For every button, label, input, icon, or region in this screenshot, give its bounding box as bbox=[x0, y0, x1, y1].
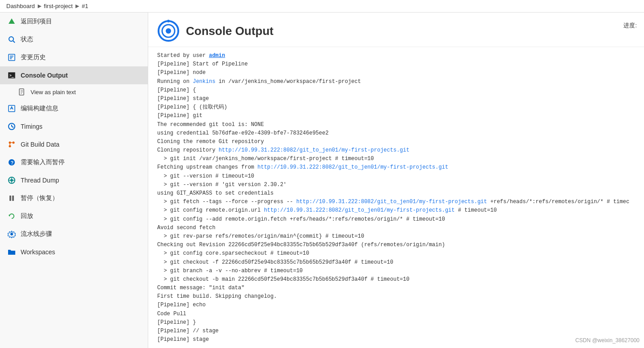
console-line: [Pipeline] git bbox=[157, 112, 635, 120]
edit2-icon bbox=[7, 104, 16, 113]
svg-point-33 bbox=[10, 233, 13, 235]
sidebar-item-workspaces[interactable]: Workspaces bbox=[0, 243, 148, 261]
sidebar-item-edit-build-info[interactable]: 编辑构建信息 bbox=[0, 100, 148, 117]
sidebar: 返回到项目 状态 变更历史 >_ Console Output bbox=[0, 13, 148, 348]
console-line: > git checkout -b main 22266cd50f25e94bc… bbox=[157, 275, 635, 284]
sidebar-item-change-history[interactable]: 变更历史 bbox=[0, 48, 148, 66]
sidebar-item-thread-dump[interactable]: Thread Dump bbox=[0, 171, 148, 189]
console-line: > git config remote.origin.url http://10… bbox=[157, 206, 635, 215]
repo-link-3[interactable]: http://10.99.31.222:8082/git_to_jen01/my… bbox=[296, 199, 487, 205]
sidebar-item-timings[interactable]: Timings bbox=[0, 117, 148, 135]
console-line: > git config core.sparsecheckout # timeo… bbox=[157, 249, 635, 258]
sidebar-item-console-output[interactable]: >_ Console Output bbox=[0, 66, 148, 84]
svg-text:?: ? bbox=[11, 160, 14, 165]
progress-label: 进度: bbox=[623, 22, 637, 30]
sidebar-item-label: 暂停（恢复） bbox=[21, 194, 58, 202]
admin-link[interactable]: admin bbox=[209, 52, 225, 59]
svg-marker-0 bbox=[9, 18, 15, 24]
console-line: > git --version # 'git version 2.30.2' bbox=[157, 181, 635, 189]
replay-icon bbox=[7, 212, 16, 221]
console-title: Console Output bbox=[186, 24, 273, 38]
console-line: > git init /var/jenkins_home/workspace/f… bbox=[157, 155, 635, 163]
console-line: > git rev-parse refs/remotes/origin/main… bbox=[157, 232, 635, 241]
sidebar-item-label: 变更历史 bbox=[21, 53, 46, 61]
svg-text:>_: >_ bbox=[9, 74, 14, 78]
console-line: Checking out Revision 22266cd50f25e94bc8… bbox=[157, 241, 635, 249]
watermark: CSDN @weixin_38627000 bbox=[575, 337, 640, 344]
breadcrumb-build[interactable]: #1 bbox=[82, 3, 88, 9]
console-line: Started by user admin bbox=[157, 52, 635, 60]
svg-rect-31 bbox=[12, 196, 14, 201]
console-line: [Pipeline] echo bbox=[157, 301, 635, 309]
jenkins-link[interactable]: Jenkins bbox=[193, 78, 215, 85]
sidebar-item-pause-resume[interactable]: 暂停（恢复） bbox=[0, 189, 148, 207]
breadcrumb: Dashboard ▶ first-project ▶ #1 bbox=[0, 0, 644, 13]
console-line: Cloning repository http://10.99.31.222:8… bbox=[157, 146, 635, 155]
sidebar-item-label: 回放 bbox=[21, 212, 33, 220]
svg-point-1 bbox=[9, 37, 13, 41]
console-line: The recommended git tool is: NONE bbox=[157, 121, 635, 129]
pause-icon bbox=[7, 194, 16, 203]
console-line: [Pipeline] node bbox=[157, 69, 635, 77]
sidebar-item-label: 编辑构建信息 bbox=[21, 104, 58, 113]
console-line: > git checkout -f 22266cd50f25e94bc83355… bbox=[157, 258, 635, 267]
console-line: [Pipeline] stage bbox=[157, 335, 635, 344]
svg-point-36 bbox=[166, 28, 171, 34]
svg-line-18 bbox=[12, 126, 13, 127]
sidebar-item-back-to-project[interactable]: 返回到项目 bbox=[0, 13, 148, 30]
console-line: Avoid second fetch bbox=[157, 224, 635, 232]
sidebar-item-label: Workspaces bbox=[21, 248, 55, 256]
sidebar-item-status[interactable]: 状态 bbox=[0, 30, 148, 48]
console-line: [Pipeline] Start of Pipeline bbox=[157, 60, 635, 69]
console-line: First time build. Skipping changelog. bbox=[157, 292, 635, 301]
console-logo-icon bbox=[157, 20, 180, 42]
svg-point-20 bbox=[13, 142, 15, 144]
sidebar-item-git-build-data[interactable]: Git Build Data bbox=[0, 135, 148, 153]
console-line: [Pipeline] // stage bbox=[157, 327, 635, 335]
sidebar-item-view-plain-text[interactable]: View as plain text bbox=[0, 84, 148, 100]
svg-rect-30 bbox=[9, 196, 11, 201]
sidebar-item-label: 流水线步骤 bbox=[21, 230, 52, 238]
folder-icon bbox=[7, 248, 16, 257]
console-line: Code Pull bbox=[157, 310, 635, 318]
svg-point-25 bbox=[10, 179, 13, 182]
question-icon: ? bbox=[7, 158, 16, 167]
svg-marker-32 bbox=[9, 215, 10, 217]
sidebar-item-label: Thread Dump bbox=[21, 177, 59, 184]
sidebar-item-label: View as plain text bbox=[31, 89, 76, 96]
sidebar-item-pause-input[interactable]: ? 需要输入而暂停 bbox=[0, 153, 148, 171]
sidebar-item-rollback[interactable]: 回放 bbox=[0, 207, 148, 225]
edit-icon bbox=[7, 53, 16, 62]
sidebar-item-label: Git Build Data bbox=[21, 141, 59, 148]
breadcrumb-project[interactable]: first-project bbox=[44, 3, 73, 9]
console-line: using credential 5b76dfae-e92e-4309-bfe7… bbox=[157, 129, 635, 138]
console-line: > git fetch --tags --force --progress --… bbox=[157, 198, 635, 206]
console-line: [Pipeline] { bbox=[157, 86, 635, 95]
doc-icon bbox=[18, 88, 26, 96]
sidebar-item-label: Console Output bbox=[21, 72, 68, 79]
breadcrumb-dashboard[interactable]: Dashboard bbox=[6, 3, 35, 9]
console-line: using GIT_ASKPASS to set credentials bbox=[157, 189, 635, 198]
console-line: Running on Jenkins in /var/jenkins_home/… bbox=[157, 78, 635, 86]
console-line: > git --version # timeout=10 bbox=[157, 172, 635, 181]
repo-link-2[interactable]: http://10.99.31.222:8082/git_to_jen01/my… bbox=[257, 164, 448, 170]
console-line: > git config --add remote.origin.fetch +… bbox=[157, 215, 635, 224]
sidebar-item-pipeline-steps[interactable]: 流水线步骤 bbox=[0, 225, 148, 243]
repo-link-4[interactable]: http://10.99.31.222:8082/git_to_jen01/my… bbox=[264, 207, 455, 213]
console-icon: >_ bbox=[7, 71, 16, 80]
sidebar-item-label: 需要输入而暂停 bbox=[21, 158, 65, 166]
svg-point-19 bbox=[9, 142, 11, 144]
console-content: 进度: Console Output Started by user admin… bbox=[148, 13, 644, 348]
console-line: Cloning the remote Git repository bbox=[157, 138, 635, 146]
console-line: Fetching upstream changes from http://10… bbox=[157, 163, 635, 172]
thread-icon bbox=[7, 176, 16, 185]
gear-icon bbox=[7, 230, 16, 239]
svg-point-21 bbox=[9, 145, 11, 148]
arrow-up-icon bbox=[7, 17, 16, 26]
sidebar-item-label: Timings bbox=[21, 123, 43, 130]
console-header: Console Output bbox=[148, 13, 644, 47]
git-icon bbox=[7, 140, 16, 149]
clock-icon bbox=[7, 122, 16, 131]
console-body: Started by user admin [Pipeline] Start o… bbox=[148, 47, 644, 348]
repo-link-1[interactable]: http://10.99.31.222:8082/git_to_jen01/my… bbox=[219, 147, 410, 153]
